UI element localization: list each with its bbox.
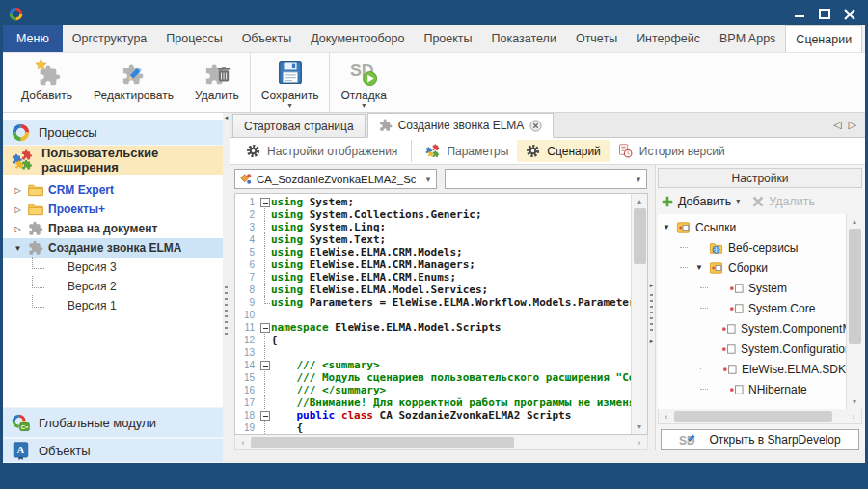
- fold-marker-icon[interactable]: [258, 246, 271, 258]
- tree-item[interactable]: System.Configuration: [658, 339, 846, 359]
- toolbar-button[interactable]: Добавить: [11, 53, 83, 112]
- scrollbar-thumb[interactable]: [634, 208, 646, 264]
- expand-toggle-icon[interactable]: ▼: [662, 223, 671, 231]
- fold-marker-icon[interactable]: [258, 396, 271, 409]
- tree-vertical-scrollbar[interactable]: [846, 214, 862, 409]
- member-combobox[interactable]: [445, 169, 647, 189]
- open-sharpdevelop-button[interactable]: Открыть в SharpDevelop: [661, 429, 859, 450]
- code-line[interactable]: 5 using EleWise.ELMA.CRM.Models;: [235, 246, 631, 258]
- code-lines[interactable]: 1 using System; 2 using System.Collectio…: [235, 194, 631, 434]
- tree-item[interactable]: EleWise.ELMA.SDK: [658, 359, 846, 379]
- fold-marker-icon[interactable]: [258, 196, 271, 208]
- toolbar-button[interactable]: Отладка: [329, 53, 396, 112]
- delete-reference-button[interactable]: Удалить: [751, 195, 815, 208]
- fold-marker-icon[interactable]: [258, 258, 271, 271]
- class-combobox[interactable]: CA_SozdanieZvonkaELMA2_Scripts: [234, 169, 437, 189]
- tree-item[interactable]: System.Core: [658, 298, 846, 318]
- code-line[interactable]: 14 /// <summary>: [235, 359, 631, 371]
- menu-item[interactable]: Отчеты: [566, 25, 627, 52]
- panel-splitter[interactable]: [648, 165, 655, 450]
- dropdown-caret-icon[interactable]: [288, 102, 292, 109]
- code-line[interactable]: 19 {: [235, 421, 631, 434]
- fold-marker-icon[interactable]: [258, 284, 271, 296]
- tree-item[interactable]: ▼ Создание звонка ELMA: [3, 238, 223, 258]
- tree-item[interactable]: System.ComponentModel: [658, 318, 846, 339]
- tree-item[interactable]: Версия 2: [3, 277, 223, 296]
- menu-item[interactable]: Сценарии: [785, 25, 862, 52]
- code-line[interactable]: 7 using EleWise.ELMA.CRM.Enums;: [235, 271, 631, 284]
- collapse-right-icon[interactable]: [650, 281, 654, 290]
- tree-item[interactable]: Версия 3: [3, 258, 223, 277]
- expand-toggle-icon[interactable]: ▼: [13, 244, 23, 253]
- fold-marker-icon[interactable]: [258, 371, 271, 384]
- view-tab[interactable]: Параметры: [411, 140, 517, 162]
- fold-marker-icon[interactable]: [258, 359, 271, 371]
- fold-marker-icon[interactable]: [258, 321, 271, 334]
- tree-item[interactable]: ▷ CRM Expert: [3, 180, 223, 200]
- fold-marker-icon[interactable]: [258, 384, 271, 396]
- editor-vertical-scrollbar[interactable]: [631, 194, 647, 434]
- tab-scroll-right-icon[interactable]: [849, 119, 856, 131]
- expand-toggle-icon[interactable]: ▼: [694, 263, 704, 272]
- document-tab[interactable]: Создание звонка ELMA: [367, 113, 555, 138]
- scroll-right-icon[interactable]: [632, 438, 647, 448]
- view-tab[interactable]: История версий: [610, 140, 734, 162]
- fold-marker-icon[interactable]: [258, 221, 271, 233]
- scroll-left-icon[interactable]: [235, 438, 251, 448]
- code-line[interactable]: 2 using System.Collections.Generic;: [235, 208, 631, 221]
- splitter-handle[interactable]: [225, 286, 228, 337]
- code-line[interactable]: 9 using Parameters = EleWise.ELMA.Workfl…: [235, 296, 631, 309]
- code-line[interactable]: 10: [235, 309, 631, 321]
- add-reference-button[interactable]: Добавить: [661, 195, 740, 208]
- sidebar-section[interactable]: Объекты: [3, 438, 223, 463]
- tree-item[interactable]: Веб-сервисы: [658, 237, 846, 258]
- scrollbar-thumb[interactable]: [849, 229, 861, 344]
- view-tab[interactable]: Сценарий: [517, 140, 609, 162]
- scrollbar-thumb[interactable]: [674, 411, 832, 422]
- scroll-down-icon[interactable]: [847, 394, 862, 409]
- splitter-handle[interactable]: [650, 294, 653, 333]
- code-line[interactable]: 1 using System;: [235, 196, 631, 208]
- menu-item[interactable]: Публикация: [862, 25, 868, 52]
- scroll-right-icon[interactable]: [846, 412, 861, 421]
- code-line[interactable]: 17 //Внимание! Для корректной работы про…: [235, 396, 631, 409]
- document-tab[interactable]: Стартовая страница: [232, 114, 366, 137]
- code-line[interactable]: 11 namespace EleWise.ELMA.Model.Scripts: [235, 321, 631, 334]
- tree-item[interactable]: System: [658, 278, 846, 298]
- scroll-up-icon[interactable]: [847, 214, 862, 229]
- sidebar-section[interactable]: Процессы: [3, 120, 223, 146]
- toolbar-button[interactable]: Редактировать: [83, 53, 184, 112]
- fold-marker-icon[interactable]: [258, 309, 271, 321]
- dropdown-caret-icon[interactable]: [736, 197, 740, 205]
- code-line[interactable]: 12 {: [235, 334, 631, 346]
- scroll-down-icon[interactable]: [632, 420, 647, 434]
- toolbar-button[interactable]: Сохранить: [250, 53, 330, 112]
- menu-item[interactable]: Объекты: [232, 25, 302, 52]
- expand-toggle-icon[interactable]: ▷: [13, 225, 23, 233]
- collapse-left-icon[interactable]: [225, 113, 229, 122]
- sidebar-section[interactable]: Глобальные модули: [3, 407, 223, 438]
- fold-marker-icon[interactable]: [258, 409, 271, 421]
- fold-marker-icon[interactable]: [258, 208, 271, 221]
- combobox-arrow-icon[interactable]: [631, 175, 646, 184]
- sidebar-splitter[interactable]: [223, 113, 230, 463]
- toolbar-button[interactable]: Удалить: [184, 53, 250, 112]
- minimize-button[interactable]: [794, 9, 805, 19]
- menu-item[interactable]: Процессы: [156, 25, 231, 52]
- code-line[interactable]: 4 using System.Text;: [235, 233, 631, 246]
- fold-marker-icon[interactable]: [258, 271, 271, 284]
- menu-item[interactable]: BPM Apps: [710, 25, 785, 52]
- tree-item[interactable]: Версия 1: [3, 296, 223, 315]
- menu-item[interactable]: Проекты: [414, 25, 481, 52]
- fold-marker-icon[interactable]: [258, 346, 271, 359]
- tab-scroll-left-icon[interactable]: [833, 119, 841, 131]
- code-line[interactable]: 13: [235, 346, 631, 359]
- menu-item[interactable]: Документооборо: [301, 25, 414, 52]
- code-line[interactable]: 15 /// Модуль сценариев пользовательског…: [235, 371, 631, 384]
- editor-horizontal-scrollbar[interactable]: [234, 435, 648, 450]
- expand-toggle-icon[interactable]: ▷: [13, 186, 23, 195]
- scroll-left-icon[interactable]: [659, 412, 674, 421]
- code-line[interactable]: 3 using System.Linq;: [235, 221, 631, 233]
- close-tab-icon[interactable]: [529, 120, 542, 132]
- menu-item[interactable]: Меню: [3, 25, 63, 52]
